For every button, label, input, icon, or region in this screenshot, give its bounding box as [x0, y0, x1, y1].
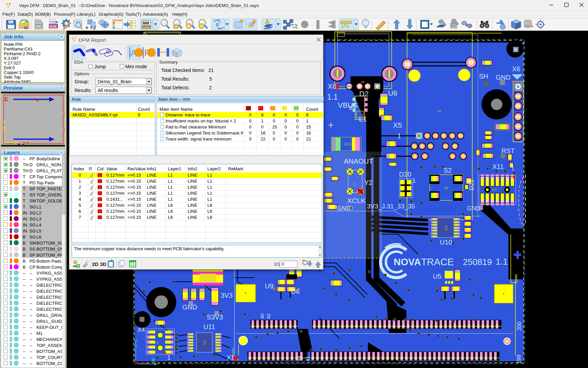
svg-text:42: 42: [266, 313, 271, 319]
svg-text:SH: SH: [479, 73, 488, 80]
svg-text:250819: 250819: [463, 257, 492, 267]
svg-text:X6: X6: [512, 65, 520, 73]
svg-text:199: 199: [516, 355, 522, 364]
svg-text:1.1: 1.1: [496, 257, 508, 267]
svg-text:S2: S2: [444, 186, 449, 190]
svg-text:GND: GND: [467, 205, 480, 212]
svg-text:200: 200: [516, 322, 522, 331]
svg-text:3V3: 3V3: [221, 292, 233, 299]
svg-text:+: +: [328, 120, 333, 130]
svg-text:U10: U10: [445, 225, 448, 231]
svg-text:0: 0: [216, 22, 219, 27]
svg-text:U6: U6: [388, 89, 397, 97]
svg-text:GND: GND: [337, 205, 351, 212]
svg-text:X11: X11: [492, 163, 504, 170]
svg-text:1: 1: [511, 166, 514, 171]
svg-text:GND: GND: [182, 303, 197, 311]
svg-text:D2: D2: [359, 90, 369, 98]
svg-text:X1: X1: [227, 354, 234, 361]
svg-text:XCLK: XCLK: [347, 197, 366, 204]
svg-text:1/1: 1/1: [274, 262, 280, 267]
svg-text:9X: 9X: [437, 110, 441, 113]
svg-text:0: 0: [282, 262, 284, 267]
svg-text:NOVATRACE: NOVATRACE: [394, 257, 454, 267]
svg-text:GND: GND: [496, 74, 510, 81]
svg-text:U11: U11: [203, 323, 215, 331]
svg-text:S2: S2: [444, 167, 452, 174]
svg-text:D21: D21: [468, 179, 475, 190]
svg-text:X11: X11: [492, 188, 497, 191]
svg-text:Y: Y: [133, 338, 138, 345]
svg-text:U11: U11: [203, 340, 206, 345]
svg-text:3D: 3D: [100, 261, 106, 267]
svg-text:Y2: Y2: [364, 179, 372, 186]
svg-text:X: X: [151, 357, 156, 364]
svg-text:R13: R13: [345, 142, 351, 146]
svg-text:D20: D20: [399, 171, 411, 178]
svg-text:VBUS: VBUS: [338, 101, 358, 109]
svg-text:+: +: [85, 24, 89, 31]
svg-text:CAD: CAD: [35, 25, 41, 28]
svg-text:X4: X4: [156, 341, 159, 345]
svg-text:2D: 2D: [92, 261, 98, 267]
svg-text:Y: Y: [3, 120, 6, 125]
svg-text:1.1: 1.1: [327, 93, 338, 101]
svg-text:X4: X4: [137, 327, 145, 333]
svg-text:X8: X8: [328, 82, 336, 90]
svg-text:RST: RST: [501, 147, 515, 155]
svg-text:S3V3: S3V3: [207, 313, 223, 321]
svg-text:ANAOUT: ANAOUT: [344, 157, 373, 165]
svg-text:X: X: [20, 141, 24, 146]
svg-text:41: 41: [305, 356, 310, 362]
svg-text:Y2: Y2: [353, 183, 356, 186]
svg-text:U5: U5: [433, 273, 442, 280]
svg-text:1: 1: [167, 354, 171, 361]
svg-text:1: 1: [397, 132, 401, 140]
svg-text:MM: MM: [143, 21, 149, 25]
svg-text:BOM: BOM: [50, 25, 57, 28]
svg-text:3V3_J.31_33_35: 3V3_J.31_33_35: [367, 203, 415, 210]
svg-text:1: 1: [412, 177, 416, 184]
svg-text:U10: U10: [440, 239, 452, 246]
svg-text:x,y: x,y: [90, 25, 96, 30]
svg-text:D6: D6: [291, 288, 300, 295]
svg-text:L1: L1: [359, 115, 367, 123]
svg-text:D20: D20: [401, 190, 404, 195]
svg-text:39: 39: [296, 356, 301, 362]
svg-text:8X: 8X: [361, 80, 364, 84]
svg-text:40: 40: [259, 313, 265, 319]
svg-text:U9: U9: [265, 282, 274, 290]
svg-text:X5: X5: [393, 121, 402, 129]
